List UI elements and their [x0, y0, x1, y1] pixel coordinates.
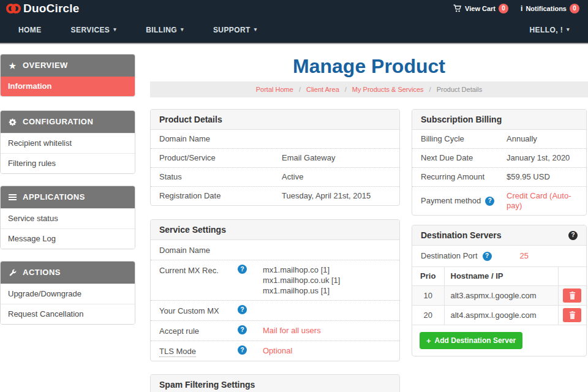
topbar: DuoCircle View Cart 0 i Notifications 0 [0, 0, 588, 17]
mx-record: mx1.mailhop.co [1] [263, 265, 340, 275]
trash-icon [569, 292, 576, 300]
notifications-label: Notifications [526, 5, 567, 12]
row-label: Your Custom MX [159, 305, 238, 316]
row-value: Email Gateway [282, 153, 391, 163]
nav-user-menu[interactable]: HELLO, ! ▾ [530, 26, 570, 34]
nav-home[interactable]: HOME [18, 26, 42, 34]
sidebar-item-upgrade-downgrade[interactable]: Upgrade/Downgrade [1, 284, 135, 304]
row-label: Destination Port [421, 251, 478, 261]
list-icon [8, 194, 17, 201]
row-custom-mx: Your Custom MX ? [151, 300, 399, 320]
nav-services[interactable]: SERVICES ▾ [71, 26, 117, 34]
row-label: Recurring Amount [421, 172, 484, 182]
cart-count-badge: 0 [499, 4, 508, 13]
sidebar-header-label: ACTIONS [23, 268, 61, 277]
caret-down-icon: ▾ [254, 27, 257, 32]
help-icon[interactable]: ? [238, 265, 247, 274]
row-status: Status Active [151, 167, 399, 186]
product-details-panel: Product Details Domain Name Product/Serv… [150, 109, 400, 206]
sidebar-header-configuration: CONFIGURATION [1, 111, 135, 133]
sidebar-header-applications: APPLICATIONS [1, 186, 135, 208]
destination-servers-header: Destination Servers ? [412, 225, 586, 246]
nav-home-label: HOME [18, 26, 42, 34]
tls-mode-link[interactable]: Optional [263, 345, 292, 356]
sidebar-section-configuration: CONFIGURATION Recipient whitelist Filter… [0, 110, 135, 174]
column-header-actions [558, 267, 586, 286]
delete-server-button[interactable] [563, 308, 581, 322]
view-cart-link[interactable]: View Cart 0 [453, 4, 508, 13]
help-icon[interactable]: ? [485, 197, 494, 206]
row-label: TLS Mode [159, 347, 196, 357]
destination-port-link[interactable]: 25 [520, 251, 529, 261]
delete-server-button[interactable] [563, 288, 581, 303]
row-domain-name: Domain Name [151, 130, 399, 148]
topbar-links: View Cart 0 i Notifications 0 [453, 4, 582, 13]
sidebar-item-service-status[interactable]: Service status [1, 208, 135, 228]
mx-record-list: mx1.mailhop.co [1] mx1.mailhop.co.uk [1]… [263, 265, 340, 296]
help-icon[interactable]: ? [238, 325, 247, 334]
nav-support-label: SUPPORT [213, 26, 251, 34]
service-settings-panel: Service Settings Domain Name Current MX … [150, 219, 400, 361]
add-destination-server-button[interactable]: + Add Destination Server [420, 332, 522, 349]
accept-rule-link[interactable]: Mail for all users [263, 325, 321, 336]
row-destination-port: Destination Port ? 25 [412, 246, 586, 266]
sidebar-item-request-cancellation[interactable]: Request Cancellation [1, 304, 135, 324]
sidebar-section-overview: ★ OVERVIEW Information [0, 54, 135, 97]
row-label: Next Due Date [421, 153, 473, 163]
row-payment-method: Payment method ? Credit Card (Auto-pay) [412, 186, 586, 215]
row-label: Accept rule [159, 325, 238, 336]
wrench-icon [8, 269, 17, 277]
payment-method-link[interactable]: Credit Card (Auto-pay) [507, 191, 578, 211]
breadcrumb-my-products-services[interactable]: My Products & Services [352, 86, 424, 93]
column-header-prio: Prio [412, 267, 444, 286]
caret-down-icon: ▾ [181, 27, 184, 32]
notifications-link[interactable]: i Notifications 0 [521, 4, 579, 13]
main-nav: HOME SERVICES ▾ BILLING ▾ SUPPORT ▾ HELL… [0, 17, 588, 44]
row-registration-date: Registration Date Tuesday, April 21st, 2… [151, 186, 399, 205]
sidebar-item-filtering-rules[interactable]: Filtering rules [1, 153, 135, 173]
sidebar-item-recipient-whitelist[interactable]: Recipient whitelist [1, 133, 135, 153]
row-billing-cycle: Billing Cycle Annually [412, 130, 586, 148]
help-icon[interactable]: ? [568, 231, 578, 240]
help-icon[interactable]: ? [238, 305, 247, 314]
subscription-billing-header: Subscription Billing [412, 110, 586, 130]
row-domain-name: Domain Name [151, 240, 399, 260]
sidebar-header-label: APPLICATIONS [23, 192, 85, 202]
add-destination-server-label: Add Destination Server [435, 336, 516, 345]
breadcrumb-portal-home[interactable]: Portal Home [256, 86, 293, 93]
brand-logo[interactable]: DuoCircle [6, 2, 80, 15]
row-label: Billing Cycle [421, 134, 464, 144]
nav-billing-label: BILLING [146, 26, 177, 34]
info-icon: i [521, 4, 522, 13]
row-value: Annually [507, 134, 578, 144]
nav-services-label: SERVICES [71, 26, 110, 34]
table-header-row: Prio Hostname / IP [412, 267, 586, 286]
row-next-due-date: Next Due Date January 1st, 2020 [412, 148, 586, 167]
sidebar-item-message-log[interactable]: Message Log [1, 228, 135, 249]
row-value: Tuesday, April 21st, 2015 [282, 191, 391, 201]
row-current-mx: Current MX Rec. ? mx1.mailhop.co [1] mx1… [151, 260, 399, 300]
caret-down-icon: ▾ [113, 27, 116, 32]
page-title: Manage Product [150, 54, 588, 78]
help-icon[interactable]: ? [483, 252, 492, 261]
breadcrumb-separator: / [345, 86, 347, 93]
hostname-cell: alt3.aspmx.l.google.com [444, 286, 558, 306]
notifications-count-badge: 0 [570, 4, 579, 13]
sidebar-section-applications: APPLICATIONS Service status Message Log [0, 186, 135, 249]
row-value: January 1st, 2020 [507, 153, 578, 163]
panel-title: Destination Servers [421, 230, 502, 240]
spam-filtering-header: Spam Filtering Settings [151, 375, 399, 392]
nav-support[interactable]: SUPPORT ▾ [213, 26, 257, 34]
row-label: Domain Name [159, 244, 238, 255]
add-server-area: + Add Destination Server [412, 325, 586, 356]
breadcrumb-separator: / [429, 86, 431, 93]
spam-filtering-panel: Spam Filtering Settings Level ? Low [150, 374, 400, 392]
product-details-header: Product Details [151, 110, 399, 130]
right-column: Subscription Billing Billing Cycle Annua… [412, 109, 587, 370]
sidebar-item-information[interactable]: Information [1, 77, 135, 96]
nav-billing[interactable]: BILLING ▾ [146, 26, 184, 34]
prio-cell: 20 [412, 306, 444, 325]
status-value: Active [282, 172, 391, 182]
breadcrumb-client-area[interactable]: Client Area [306, 86, 339, 93]
help-icon[interactable]: ? [238, 345, 247, 355]
